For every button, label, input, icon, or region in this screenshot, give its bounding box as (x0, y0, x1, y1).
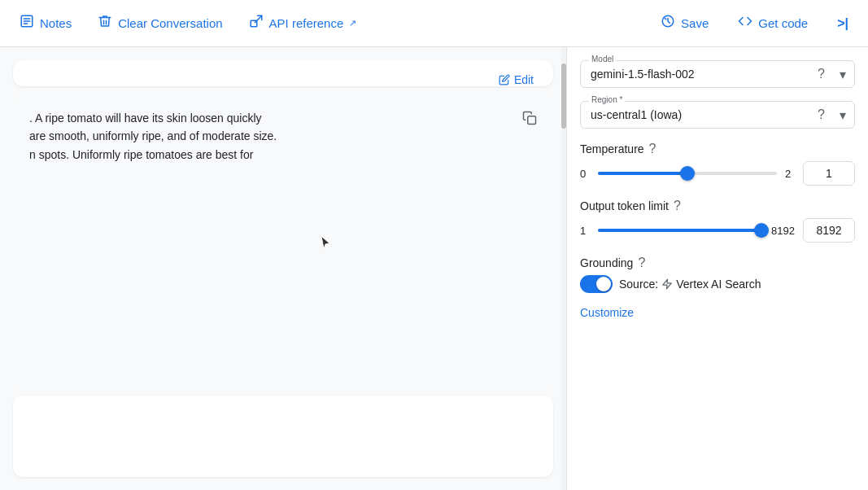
region-select[interactable]: Region * us-central1 (Iowa) ▾ ? (580, 101, 855, 129)
code-icon (738, 14, 752, 33)
clear-conversation-button[interactable]: Clear Conversation (85, 7, 235, 39)
edit-label: Edit (514, 73, 534, 86)
temperature-field: Temperature ? 0 2 (580, 142, 855, 186)
temperature-label: Temperature (580, 142, 644, 155)
collapse-label: >| (837, 16, 848, 31)
token-limit-label: Output token limit (580, 199, 669, 212)
left-panel: Edit . A ripe tomato will have (0, 47, 567, 490)
grounding-field: Grounding ? ✓ Source: Vertex AI Search (580, 256, 855, 293)
grounding-toggle[interactable]: ✓ (580, 275, 613, 293)
save-label: Save (681, 16, 709, 30)
model-help-icon[interactable]: ? (818, 67, 825, 81)
temperature-slider-row: 0 2 (580, 161, 855, 186)
nav-right: Save Get code >| (648, 7, 861, 39)
model-field: Model gemini-1.5-flash-002 ▾ ? (580, 60, 855, 88)
svg-marker-7 (663, 279, 672, 289)
token-track (598, 229, 763, 232)
grounding-title: Grounding ? (580, 256, 855, 270)
save-icon (661, 14, 675, 33)
svg-rect-6 (528, 116, 536, 125)
customize-section: Customize (580, 306, 855, 319)
notes-icon (20, 14, 34, 33)
region-value: us-central1 (Iowa) (591, 108, 682, 121)
copy-button[interactable] (517, 106, 542, 133)
top-nav: Notes Clear Conversation API reference ↗ (0, 0, 868, 47)
scrollbar-thumb[interactable] (561, 63, 566, 129)
chat-area: Edit . A ripe tomato will have (0, 47, 566, 490)
right-panel: Model gemini-1.5-flash-002 ▾ ? Region * … (567, 47, 868, 490)
region-label: Region * (589, 95, 625, 104)
grounding-help-icon[interactable]: ? (638, 256, 645, 270)
token-max: 8192 (771, 225, 795, 237)
api-icon (249, 14, 264, 33)
temperature-min: 0 (580, 168, 590, 180)
grounding-row: ✓ Source: Vertex AI Search (580, 275, 855, 293)
token-help-icon[interactable]: ? (674, 199, 681, 213)
clear-icon (98, 14, 112, 33)
vertex-icon (661, 278, 673, 290)
scrollbar[interactable] (561, 47, 566, 490)
model-dropdown-icon: ▾ (840, 67, 846, 82)
temperature-fill (598, 172, 687, 175)
clear-conversation-label: Clear Conversation (118, 16, 222, 30)
main-content: Edit . A ripe tomato will have (0, 47, 868, 490)
token-limit-title: Output token limit ? (580, 199, 855, 213)
source-label: Source: (619, 278, 658, 291)
region-field: Region * us-central1 (Iowa) ▾ ? (580, 101, 855, 129)
cursor (321, 235, 330, 252)
user-message-card: Edit (13, 60, 553, 86)
api-reference-button[interactable]: API reference ↗ (236, 7, 370, 39)
temperature-max: 2 (785, 168, 795, 180)
token-fill (598, 229, 761, 232)
get-code-button[interactable]: Get code (725, 7, 821, 39)
token-slider[interactable] (598, 222, 763, 238)
source-text: Source: Vertex AI Search (619, 278, 761, 291)
temperature-track (598, 172, 777, 175)
token-value-input[interactable] (803, 218, 855, 243)
temperature-thumb[interactable] (680, 166, 695, 181)
notes-label: Notes (40, 16, 72, 30)
response-text: . A ripe tomato will have its skin loose… (29, 109, 537, 164)
region-dropdown-icon: ▾ (840, 107, 846, 123)
temperature-title: Temperature ? (580, 142, 855, 156)
copy-icon (522, 111, 537, 125)
api-reference-label: API reference (269, 16, 344, 30)
temperature-slider[interactable] (598, 165, 777, 182)
grounding-label: Grounding (580, 256, 633, 269)
temperature-value-input[interactable] (803, 161, 855, 186)
region-help-icon[interactable]: ? (818, 107, 825, 122)
customize-link[interactable]: Customize (580, 306, 634, 319)
edit-button[interactable]: Edit (492, 70, 540, 90)
save-button[interactable]: Save (648, 7, 722, 39)
external-link-icon: ↗ (349, 18, 356, 28)
user-message-card-2 (13, 396, 553, 477)
token-min: 1 (580, 225, 590, 237)
vertex-label: Vertex AI Search (676, 278, 761, 291)
get-code-label: Get code (758, 16, 808, 30)
edit-icon (499, 74, 510, 85)
temperature-help-icon[interactable]: ? (649, 142, 656, 156)
model-value: gemini-1.5-flash-002 (591, 68, 695, 81)
toggle-check-icon: ✓ (602, 279, 609, 290)
collapse-button[interactable]: >| (824, 10, 861, 37)
model-select[interactable]: Model gemini-1.5-flash-002 ▾ ? (580, 60, 855, 88)
token-slider-row: 1 8192 (580, 218, 855, 243)
response-card: . A ripe tomato will have its skin loose… (13, 96, 553, 386)
token-limit-field: Output token limit ? 1 8192 (580, 199, 855, 243)
token-thumb[interactable] (754, 223, 769, 238)
notes-button[interactable]: Notes (7, 7, 85, 39)
model-label: Model (589, 55, 616, 63)
